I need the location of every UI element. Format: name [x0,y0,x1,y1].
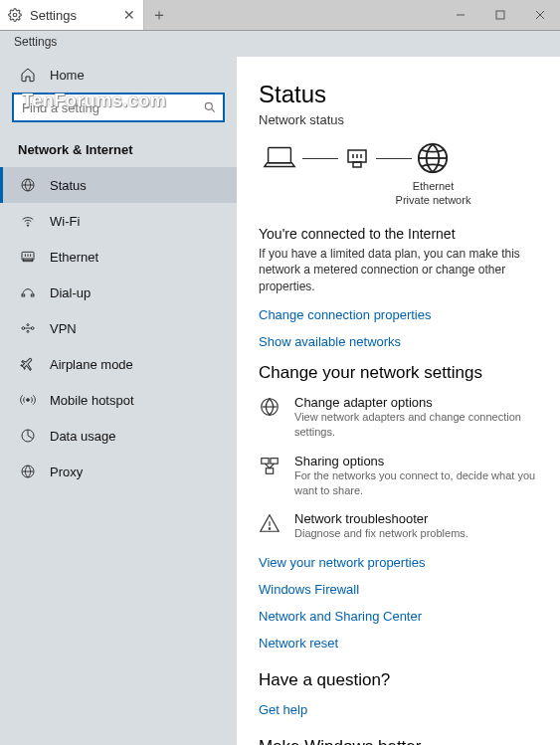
sidebar-item-proxy[interactable]: Proxy [0,454,237,489]
sidebar-item-label: Status [50,178,87,193]
troubleshoot-icon [259,511,280,541]
option-desc: View network adapters and change connect… [294,410,538,440]
option-title: Sharing options [294,454,538,468]
sidebar-item-airplane[interactable]: Airplane mode [0,346,237,382]
tab-settings[interactable]: Settings ✕ [0,0,144,30]
svg-point-17 [22,327,25,330]
svg-point-20 [27,324,29,326]
option-change-adapter[interactable]: Change adapter options View network adap… [259,395,538,440]
link-show-available-networks[interactable]: Show available networks [259,334,538,349]
svg-rect-36 [262,458,269,464]
link-change-connection-properties[interactable]: Change connection properties [259,307,538,322]
svg-rect-38 [266,467,273,473]
svg-rect-16 [31,294,34,296]
search-input-wrap[interactable] [12,93,225,122]
home-icon [20,67,36,83]
sidebar-home[interactable]: Home [0,57,237,93]
link-view-network-properties[interactable]: View your network properties [259,555,538,570]
hotspot-icon [20,392,36,408]
sidebar-item-status[interactable]: Status [0,167,237,203]
sidebar-item-label: Proxy [50,465,83,479]
page-subtitle: Network status [259,112,538,127]
svg-line-39 [265,464,270,468]
search-icon [197,100,223,114]
globe-icon [416,141,450,175]
link-network-sharing-center[interactable]: Network and Sharing Center [259,609,538,624]
option-troubleshooter[interactable]: Network troubleshooter Diagnose and fix … [259,511,538,541]
sidebar-item-label: Airplane mode [50,357,133,372]
diagram-label: Ethernet Private network [328,179,538,208]
tab-strip: Settings ✕ ＋ [0,0,174,30]
link-get-help[interactable]: Get help [259,702,538,717]
sidebar-item-label: VPN [50,321,77,336]
sidebar-item-label: Mobile hotspot [50,393,134,408]
new-tab-button[interactable]: ＋ [144,0,174,30]
svg-point-21 [27,330,29,332]
svg-point-22 [27,399,30,402]
better-header: Make Windows better [259,737,538,745]
laptop-icon [261,143,298,173]
settings-header: Change your network settings [259,363,538,383]
svg-line-6 [211,108,214,111]
gear-icon [8,8,22,22]
connected-text: If you have a limited data plan, you can… [259,246,538,295]
router-icon [342,143,372,173]
sidebar-item-label: Ethernet [50,250,98,265]
content-pane: Status Network status Ethernet Private n… [237,57,560,745]
connected-title: You're connected to the Internet [259,226,538,242]
titlebar: Settings ✕ ＋ [0,0,560,31]
svg-rect-2 [496,11,504,19]
link-network-reset[interactable]: Network reset [259,636,538,651]
option-desc: Diagnose and fix network problems. [294,526,468,541]
vpn-icon [20,320,36,336]
sidebar: Home Network & Internet Status Wi-Fi Eth… [0,57,237,745]
dialup-icon [20,284,36,300]
svg-point-0 [13,13,17,17]
svg-point-18 [31,327,34,330]
data-usage-icon [20,428,36,444]
sidebar-item-vpn[interactable]: VPN [0,310,237,346]
question-header: Have a question? [259,670,538,690]
search-input[interactable] [14,100,197,115]
sidebar-item-datausage[interactable]: Data usage [0,418,237,454]
airplane-icon [20,356,36,372]
svg-rect-15 [22,294,25,296]
svg-rect-28 [353,162,361,167]
option-sharing[interactable]: Sharing options For the networks you con… [259,454,538,498]
option-desc: For the networks you connect to, decide … [294,468,538,498]
page-title: Status [259,81,538,108]
sidebar-item-wifi[interactable]: Wi-Fi [0,203,237,239]
link-windows-firewall[interactable]: Windows Firewall [259,582,538,597]
tab-close-icon[interactable]: ✕ [123,7,135,23]
sidebar-item-hotspot[interactable]: Mobile hotspot [0,382,237,418]
sidebar-item-label: Dial-up [50,285,91,300]
adapter-icon [259,395,280,440]
sidebar-item-dialup[interactable]: Dial-up [0,275,237,310]
svg-line-40 [270,464,275,468]
ethernet-icon [20,249,36,265]
option-title: Change adapter options [294,395,538,410]
minimize-button[interactable] [441,0,480,30]
svg-point-42 [269,528,270,529]
sidebar-item-ethernet[interactable]: Ethernet [0,239,237,275]
network-diagram [261,141,538,175]
breadcrumb: Settings [0,31,560,57]
sidebar-item-label: Wi-Fi [50,214,80,229]
sidebar-header: Network & Internet [0,136,237,167]
wifi-icon [20,213,36,229]
option-title: Network troubleshooter [294,511,468,526]
tab-label: Settings [30,8,77,23]
sidebar-item-label: Data usage [50,429,116,444]
maximize-button[interactable] [480,0,520,30]
sidebar-home-label: Home [50,68,85,83]
status-icon [20,177,36,193]
svg-rect-37 [271,458,278,464]
close-button[interactable] [520,0,560,30]
svg-rect-26 [269,148,291,163]
sharing-icon [259,454,280,498]
svg-point-5 [205,102,212,109]
proxy-icon [20,464,36,479]
svg-point-9 [27,225,28,226]
